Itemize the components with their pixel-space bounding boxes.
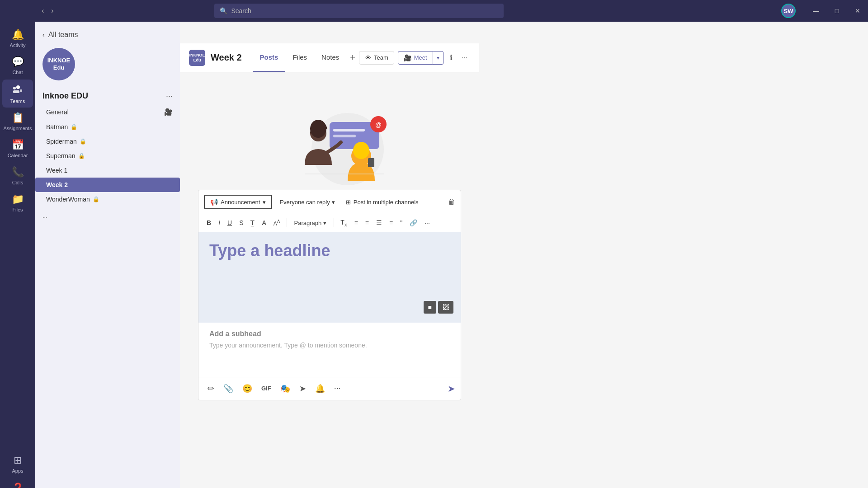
compose-area: 📢 Announcement ▾ Everyone can reply ▾ ⊞ … — [198, 190, 461, 400]
svg-rect-14 — [368, 158, 374, 167]
reply-setting-button[interactable]: Everyone can reply ▾ — [276, 196, 338, 208]
svg-point-13 — [353, 142, 369, 159]
spiderman-lock-icon: 🔒 — [80, 138, 86, 145]
more-options-button[interactable]: ··· — [459, 51, 470, 65]
superman-lock-icon: 🔒 — [78, 153, 85, 159]
channel-item-week1[interactable]: Week 1 — [35, 163, 180, 178]
sidebar-item-help[interactable]: ❓ Help — [2, 479, 33, 488]
search-bar[interactable]: 🔍 Search — [214, 4, 504, 18]
files-nav-icon: 📁 — [12, 193, 24, 205]
body-placeholder[interactable]: Type your announcement. Type @ to mentio… — [209, 342, 450, 349]
sidebar-more-button[interactable]: ··· — [35, 208, 180, 226]
meet-button[interactable]: 🎥 Meet — [398, 51, 433, 65]
forward-arrow[interactable]: › — [48, 5, 56, 17]
calendar-icon: 📅 — [12, 139, 24, 151]
compose-format-bar: B I U S T̲ A AA Paragraph ▾ Tx ≡ ≡ — [198, 214, 461, 232]
delete-compose-button[interactable]: 🗑 — [448, 198, 455, 206]
more-format-button[interactable]: ··· — [422, 217, 433, 228]
send-button[interactable]: ➤ — [448, 383, 455, 394]
channel-name-wonderwoman: WonderWoman — [46, 196, 90, 203]
announcement-button[interactable]: 📢 Announcement ▾ — [204, 195, 272, 209]
team-more-button[interactable]: ··· — [166, 91, 173, 101]
team-logo: INKNOE Edu — [42, 48, 75, 80]
post-channels-button[interactable]: ⊞ Post in multiple channels — [342, 196, 422, 208]
align-left-button[interactable]: ≡ — [352, 217, 361, 228]
meet-dropdown-button[interactable]: ▾ — [433, 51, 443, 65]
font-size-button[interactable]: AA — [271, 217, 283, 229]
reply-chevron-icon: ▾ — [332, 199, 335, 206]
channel-item-batman[interactable]: Batman 🔒 — [35, 120, 180, 134]
font-color-button[interactable]: A — [259, 217, 269, 228]
channel-item-superman[interactable]: Superman 🔒 — [35, 149, 180, 163]
team-button[interactable]: 👁 Team — [359, 51, 394, 65]
sticker-button[interactable]: 🎭 — [277, 381, 294, 396]
maximize-button[interactable]: □ — [826, 2, 847, 20]
tab-posts[interactable]: Posts — [253, 43, 286, 72]
highlight-button[interactable]: T̲ — [248, 217, 257, 228]
sidebar-item-calendar[interactable]: 📅 Calendar — [2, 136, 33, 162]
search-placeholder: Search — [231, 7, 251, 14]
close-button[interactable]: ✕ — [847, 2, 868, 20]
sidebar-item-assignments[interactable]: 📋 Assignments — [2, 108, 33, 135]
channel-item-spiderman[interactable]: Spiderman 🔒 — [35, 134, 180, 149]
assignments-icon: 📋 — [12, 112, 24, 124]
headline-placeholder[interactable]: Type a headline — [209, 241, 450, 260]
main-content: INKNOE Edu Week 2 Posts Files Notes + 👁 … — [180, 22, 479, 488]
paragraph-select[interactable]: Paragraph ▾ — [291, 218, 330, 228]
sidebar-item-files[interactable]: 📁 Files — [2, 190, 33, 216]
channel-name-general: General — [46, 108, 69, 116]
wonderwoman-lock-icon: 🔒 — [93, 196, 99, 202]
compose-toolbar-top: 📢 Announcement ▾ Everyone can reply ▾ ⊞ … — [198, 190, 461, 214]
attach-button[interactable]: 📎 — [220, 381, 237, 396]
compose-headline-area[interactable]: Type a headline ■ 🖼 — [198, 232, 461, 323]
bullet-list-button[interactable]: ☰ — [373, 217, 385, 228]
format-text-button[interactable]: ✏ — [204, 381, 218, 396]
bold-button[interactable]: B — [204, 217, 214, 228]
user-avatar[interactable]: SW — [781, 4, 796, 18]
sidebar-item-teams[interactable]: Teams — [2, 80, 33, 108]
channel-item-week2[interactable]: Week 2 — [35, 178, 180, 192]
tab-notes[interactable]: Notes — [314, 43, 346, 72]
minimize-button[interactable]: — — [806, 2, 826, 20]
image-upload-button[interactable]: 🖼 — [438, 301, 453, 314]
emoji-button[interactable]: 😊 — [239, 381, 256, 396]
channel-logo: INKNOE Edu — [189, 50, 205, 66]
paragraph-chevron-icon: ▾ — [323, 220, 326, 226]
color-picker-button[interactable]: ■ — [424, 301, 436, 314]
more-actions-button[interactable]: ··· — [330, 381, 344, 396]
svg-rect-2 — [13, 90, 19, 93]
sidebar-item-apps[interactable]: ⊞ Apps — [2, 451, 33, 477]
underline-button[interactable]: U — [225, 217, 235, 228]
subhead-placeholder[interactable]: Add a subhead — [209, 330, 450, 338]
sidebar-item-calls[interactable]: 📞 Calls — [2, 163, 33, 189]
channel-name-superman: Superman — [46, 152, 75, 160]
clear-format-button[interactable]: Tx — [338, 217, 349, 229]
channel-item-wonderwoman[interactable]: WonderWoman 🔒 — [35, 192, 180, 206]
gif-button[interactable]: GIF — [258, 382, 275, 394]
all-teams-label: All teams — [48, 31, 78, 39]
channel-item-general[interactable]: General 🎥 — [35, 104, 180, 120]
svg-rect-6 — [333, 129, 365, 131]
sidebar-item-activity[interactable]: 🔔 Activity — [2, 25, 33, 52]
compose-content-area[interactable]: Add a subhead Type your announcement. Ty… — [198, 323, 461, 377]
format-divider — [287, 218, 287, 227]
italic-button[interactable]: I — [216, 217, 223, 228]
numbered-list-button[interactable]: ≡ — [387, 217, 396, 228]
back-to-all-teams[interactable]: ‹ — [42, 31, 45, 38]
notification-button[interactable]: 🔔 — [311, 381, 329, 396]
align-right-button[interactable]: ≡ — [363, 217, 372, 228]
video-icon: 🎥 — [164, 108, 173, 116]
team-view-icon: 👁 — [365, 54, 371, 61]
info-button[interactable]: ℹ — [447, 51, 455, 65]
sidebar-item-chat[interactable]: 💬 Chat — [2, 52, 33, 79]
add-tab-button[interactable]: + — [346, 43, 359, 72]
help-icon: ❓ — [12, 483, 24, 488]
link-button[interactable]: 🔗 — [407, 217, 420, 228]
team-name: Inknoe EDU — [42, 91, 88, 101]
back-arrow[interactable]: ‹ — [39, 5, 47, 17]
meet-video-icon: 🎥 — [404, 54, 411, 61]
quote-button[interactable]: " — [397, 217, 405, 228]
tab-files[interactable]: Files — [285, 43, 314, 72]
strikethrough-button[interactable]: S — [236, 217, 246, 228]
loop-button[interactable]: ➤ — [296, 381, 310, 396]
